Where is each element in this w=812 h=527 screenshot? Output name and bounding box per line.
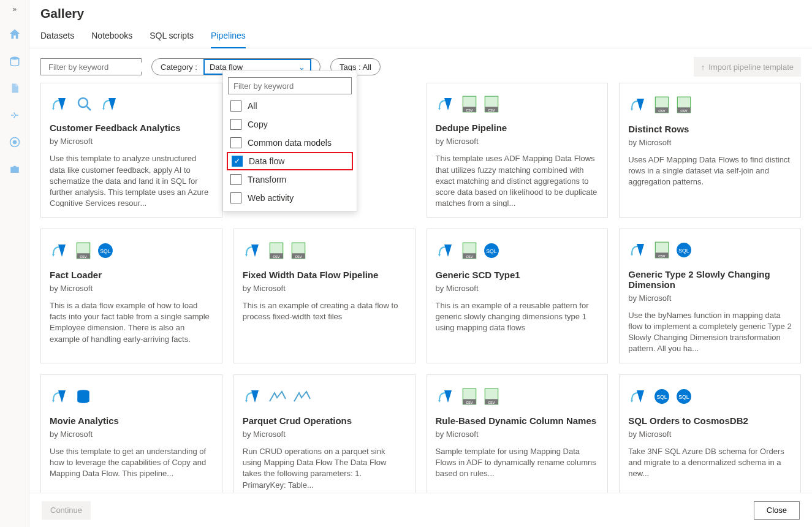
category-option-common-data-models[interactable]: Common data models (223, 134, 357, 152)
flow-icon (628, 95, 648, 115)
svg-text:csv: csv (466, 254, 473, 259)
flow-icon (100, 94, 120, 114)
card-author: by Microsoft (243, 430, 406, 439)
svg-marker-27 (245, 254, 248, 257)
card-title: SQL Orders to CosmosDB2 (628, 415, 792, 426)
svg-text:csv: csv (295, 254, 302, 259)
svg-marker-49 (438, 400, 441, 403)
svg-text:csv: csv (466, 107, 473, 113)
svg-marker-40 (631, 254, 633, 256)
expand-rail-chevron-icon[interactable]: » (12, 5, 17, 13)
tab-sql-scripts[interactable]: SQL scripts (150, 25, 194, 48)
keyword-input[interactable] (48, 63, 151, 72)
template-card[interactable]: csvSQLGeneric Type 2 Slowly Changing Dim… (619, 229, 801, 363)
template-card[interactable]: csvcsvRule-Based Dynamic Column Namesby … (427, 374, 609, 493)
category-dropdown[interactable]: AllCopyCommon data models✓Data flowTrans… (222, 70, 357, 211)
card-description: Take 3NF SQL Azure DB schema for Orders … (628, 446, 792, 480)
card-description: This is a data flow example of how to lo… (50, 300, 213, 345)
flow-icon (243, 387, 262, 406)
template-card[interactable]: SQLSQLSQL Orders to CosmosDB2by Microsof… (619, 374, 801, 493)
tab-notebooks[interactable]: Notebooks (91, 25, 132, 48)
close-button[interactable]: Close (754, 501, 800, 520)
filter-bar: Category : Data flow ⌄ Tags : All ↑ Impo… (29, 48, 812, 83)
csv-icon: csv (654, 241, 670, 259)
svg-rect-3 (10, 167, 19, 173)
template-card[interactable]: csvcsvDedupe Pipelineby MicrosoftThis te… (427, 83, 609, 218)
svg-text:csv: csv (80, 254, 87, 259)
checkbox-icon (230, 100, 241, 112)
keyword-filter[interactable] (40, 58, 142, 75)
card-author: by Microsoft (50, 137, 213, 146)
db-icon (75, 387, 91, 406)
tab-pipelines[interactable]: Pipelines (211, 25, 246, 48)
csv-icon: csv (676, 96, 692, 114)
checkbox-icon: ✓ (232, 156, 243, 167)
csv-icon: csv (484, 387, 499, 406)
csv-icon: csv (290, 241, 306, 260)
dropdown-filter-input[interactable] (228, 77, 352, 94)
card-icons (50, 384, 213, 409)
svg-text:SQL: SQL (679, 394, 690, 400)
manage-nav-icon[interactable] (6, 161, 23, 178)
sql-icon: SQL (484, 242, 499, 259)
parq-icon (293, 390, 311, 403)
option-label: Common data models (248, 138, 332, 148)
sql-icon: SQL (97, 242, 113, 259)
home-nav-icon[interactable] (6, 26, 23, 43)
card-description: This is an example of a reusable pattern… (436, 300, 599, 334)
card-icons: csvSQL (436, 238, 599, 264)
card-author: by Microsoft (628, 294, 792, 303)
card-author: by Microsoft (243, 284, 406, 293)
template-card[interactable]: Movie Analyticsby MicrosoftUse this temp… (40, 374, 222, 493)
category-option-web-activity[interactable]: Web activity (223, 189, 357, 207)
svg-point-5 (78, 98, 88, 107)
template-card[interactable]: Parquet Crud Operationsby MicrosoftRun C… (233, 374, 415, 493)
flow-icon (436, 387, 455, 406)
template-card[interactable]: Customer Feedback Analyticsby MicrosoftU… (40, 83, 222, 218)
card-author: by Microsoft (436, 137, 599, 146)
checkbox-icon (230, 174, 241, 185)
card-icons (243, 384, 406, 409)
csv-icon: csv (75, 241, 91, 260)
csv-icon: csv (268, 241, 284, 260)
gallery-tabs: Datasets Notebooks SQL scripts Pipelines (29, 25, 812, 48)
template-card[interactable]: csvSQLFact Loaderby MicrosoftThis is a d… (40, 229, 222, 363)
svg-marker-48 (245, 400, 248, 403)
parq-icon (268, 390, 287, 403)
tab-datasets[interactable]: Datasets (40, 25, 74, 48)
search-icon (75, 95, 94, 113)
category-option-data-flow[interactable]: ✓Data flow (227, 152, 353, 170)
template-card[interactable]: csvSQLGeneric SCD Type1by MicrosoftThis … (427, 229, 609, 363)
category-option-copy[interactable]: Copy (223, 115, 357, 134)
csv-icon: csv (461, 387, 477, 406)
card-description: This template uses ADF Mapping Data Flow… (436, 153, 599, 207)
import-pipeline-template-button: ↑ Import pipeline template (694, 57, 801, 77)
category-option-transform[interactable]: Transform (223, 170, 357, 189)
develop-nav-icon[interactable] (6, 80, 23, 97)
monitor-nav-icon[interactable] (6, 134, 23, 151)
data-nav-icon[interactable] (6, 53, 23, 70)
card-title: Generic SCD Type1 (436, 270, 599, 280)
flow-icon (628, 240, 648, 260)
template-gallery: Customer Feedback Analyticsby MicrosoftU… (29, 83, 812, 493)
category-option-all[interactable]: All (223, 97, 357, 115)
page-title: Gallery (29, 0, 812, 25)
svg-text:csv: csv (273, 254, 280, 259)
card-description: Use this template to get an understandin… (50, 446, 213, 480)
card-icons: SQLSQL (628, 384, 792, 409)
card-author: by Microsoft (50, 284, 213, 293)
flow-icon (50, 94, 69, 114)
category-label: Category : (161, 63, 197, 72)
flow-icon (436, 94, 455, 114)
card-description: Use this template to analyze unstructure… (50, 153, 213, 207)
svg-text:csv: csv (488, 400, 495, 405)
card-description: Use the byNames function in mapping data… (628, 310, 792, 353)
svg-text:csv: csv (466, 400, 473, 405)
template-card[interactable]: csvcsvDistinct Rowsby MicrosoftUses ADF … (619, 83, 801, 218)
card-author: by Microsoft (628, 138, 792, 147)
card-title: Movie Analytics (50, 415, 213, 426)
option-label: All (248, 101, 257, 111)
template-card[interactable]: csvcsvFixed Width Data Flow Pipelineby M… (233, 229, 415, 363)
flow-icon (628, 387, 648, 406)
integrate-nav-icon[interactable] (6, 107, 23, 124)
